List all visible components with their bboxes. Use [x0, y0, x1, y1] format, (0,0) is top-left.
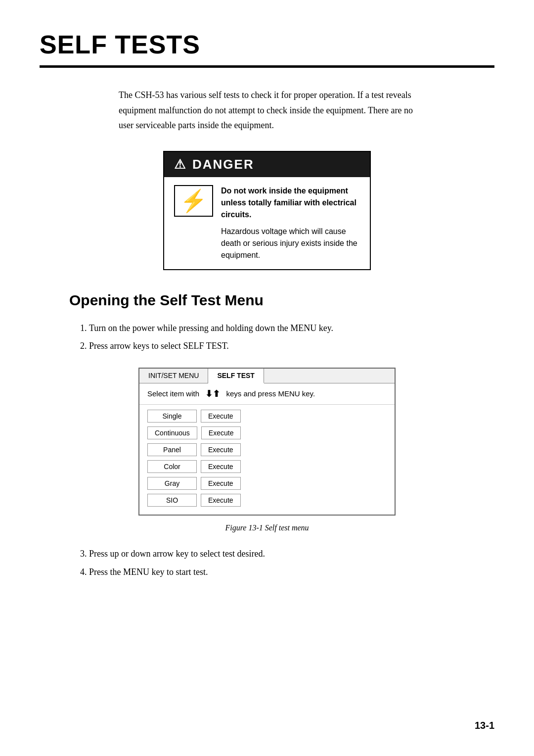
menu-execute-color[interactable]: Execute	[201, 460, 241, 473]
danger-title: DANGER	[192, 157, 254, 172]
menu-row-gray: Gray Execute	[147, 477, 387, 490]
step-4: Press the MENU key to start test.	[89, 565, 465, 580]
step-2: Press arrow keys to select SELF TEST.	[89, 338, 465, 354]
menu-label-single: Single	[147, 410, 197, 423]
menu-execute-gray[interactable]: Execute	[201, 477, 241, 490]
menu-row-color: Color Execute	[147, 460, 387, 473]
danger-header: ⚠ DANGER	[164, 152, 370, 177]
menu-label-panel: Panel	[147, 443, 197, 456]
title-rule	[40, 65, 494, 68]
lightning-icon: ⚡	[174, 185, 213, 217]
danger-text: Do not work inside the equipment unless …	[221, 185, 360, 261]
menu-label-sio: SIO	[147, 494, 197, 507]
instruction-text: Select item with	[147, 389, 199, 398]
danger-body: ⚡ Do not work inside the equipment unles…	[164, 177, 370, 269]
menu-execute-continuous[interactable]: Execute	[201, 426, 241, 439]
warning-triangle-icon: ⚠	[174, 157, 186, 172]
menu-diagram: INIT/SET MENU SELF TEST Select item with…	[138, 368, 396, 516]
arrow-icon: ⬇⬆	[205, 388, 220, 399]
step-3: Press up or down arrow key to select tes…	[89, 546, 465, 562]
menu-items-area: Single Execute Continuous Execute Panel …	[139, 405, 395, 515]
intro-text: The CSH-53 has various self tests to che…	[119, 88, 415, 133]
menu-execute-panel[interactable]: Execute	[201, 443, 241, 456]
menu-label-gray: Gray	[147, 477, 197, 490]
step-1: Turn on the power while pressing and hol…	[89, 321, 465, 336]
menu-execute-sio[interactable]: Execute	[201, 494, 241, 507]
danger-bold-text: Do not work inside the equipment unless …	[221, 187, 356, 219]
menu-label-continuous: Continuous	[147, 426, 197, 439]
tab-self-test[interactable]: SELF TEST	[208, 369, 264, 383]
section-heading: Opening the Self Test Menu	[69, 292, 465, 309]
menu-label-color: Color	[147, 460, 197, 473]
menu-instruction: Select item with ⬇⬆ keys and press MENU …	[139, 383, 395, 405]
menu-row-single: Single Execute	[147, 410, 387, 423]
chapter-title: SELF TESTS	[40, 30, 494, 59]
menu-row-panel: Panel Execute	[147, 443, 387, 456]
menu-execute-single[interactable]: Execute	[201, 410, 241, 423]
instruction-end-text: keys and press MENU key.	[226, 389, 315, 398]
menu-row-continuous: Continuous Execute	[147, 426, 387, 439]
steps-before-list: Turn on the power while pressing and hol…	[89, 321, 465, 354]
page-number: 13-1	[475, 720, 494, 731]
steps-after-list: Press up or down arrow key to select tes…	[89, 546, 465, 579]
danger-box: ⚠ DANGER ⚡ Do not work inside the equipm…	[163, 151, 371, 270]
danger-normal-text: Hazardous voltage which will cause death…	[221, 226, 360, 261]
figure-caption: Figure 13-1 Self test menu	[69, 523, 465, 532]
page: SELF TESTS The CSH-53 has various self t…	[0, 0, 534, 756]
tab-init-set-menu[interactable]: INIT/SET MENU	[139, 369, 208, 383]
menu-tabs: INIT/SET MENU SELF TEST	[139, 369, 395, 383]
menu-row-sio: SIO Execute	[147, 494, 387, 507]
